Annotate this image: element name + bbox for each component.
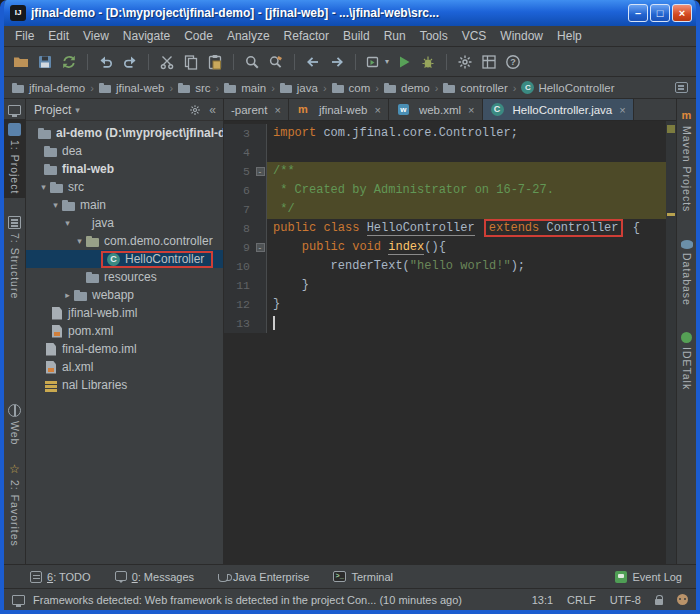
menu-file[interactable]: File xyxy=(8,27,41,45)
gutter[interactable]: 9 xyxy=(224,238,267,257)
tree-row-webapp[interactable]: ▸ webapp xyxy=(26,286,223,304)
tree-row-idea[interactable]: dea xyxy=(26,142,223,160)
menu-window[interactable]: Window xyxy=(493,27,550,45)
code-line[interactable]: 5 /** xyxy=(224,162,666,181)
toolwindow-button-todo[interactable]: 6: TODO xyxy=(30,571,91,583)
breadcrumb-controller[interactable]: controller xyxy=(443,82,507,94)
inspection-status-icon[interactable] xyxy=(667,125,675,133)
tree-row-jfinal-web[interactable]: final-web xyxy=(26,160,223,178)
tree-row-root-pom-xml[interactable]: al.xml xyxy=(26,358,223,376)
close-button[interactable]: × xyxy=(672,4,692,22)
code-line[interactable]: 10 renderText("hello world!"); xyxy=(224,257,666,276)
tab-parent[interactable]: -parent × xyxy=(224,99,289,120)
code-line[interactable]: 3 import com.jfinal.core.Controller; xyxy=(224,124,666,143)
open-icon[interactable] xyxy=(12,53,30,71)
breadcrumb-src[interactable]: src xyxy=(178,82,210,94)
expand-arrow-icon[interactable]: ▾ xyxy=(50,200,61,210)
project-structure-icon[interactable] xyxy=(480,53,498,71)
code-area[interactable]: 3 import com.jfinal.core.Controller; 4 5… xyxy=(224,121,666,564)
debug-icon[interactable] xyxy=(419,53,437,71)
gutter[interactable]: 12 xyxy=(224,295,267,314)
menu-tools[interactable]: Tools xyxy=(413,27,455,45)
maximize-button[interactable]: □ xyxy=(650,4,670,22)
close-icon[interactable]: × xyxy=(274,104,280,116)
find-icon[interactable] xyxy=(243,53,261,71)
tree-row-project-root[interactable]: al-demo (D:\myproject\jfinal-demo) xyxy=(26,124,223,142)
panel-settings-gear-icon[interactable] xyxy=(188,103,202,117)
tree-row-pom-xml[interactable]: pom.xml xyxy=(26,322,223,340)
toolwindow-button-database[interactable]: Database xyxy=(677,234,696,310)
menu-help[interactable]: Help xyxy=(550,27,589,45)
menu-vcs[interactable]: VCS xyxy=(455,27,494,45)
encoding-indicator[interactable]: UTF-8 xyxy=(610,594,641,606)
tab-web-xml[interactable]: web.xml × xyxy=(389,99,483,120)
undo-icon[interactable] xyxy=(97,53,115,71)
gutter[interactable]: 13 xyxy=(224,314,267,333)
close-icon[interactable]: × xyxy=(619,104,625,116)
breadcrumb-jfinal-web[interactable]: jfinal-web xyxy=(99,82,165,94)
tree-row-java[interactable]: ▾ java xyxy=(26,214,223,232)
breadcrumb-com[interactable]: com xyxy=(332,82,371,94)
gutter[interactable]: 7 xyxy=(224,200,267,219)
replace-icon[interactable] xyxy=(267,53,285,71)
gutter[interactable]: 5 xyxy=(224,162,267,181)
code-line[interactable]: 12 } xyxy=(224,295,666,314)
menu-refactor[interactable]: Refactor xyxy=(277,27,336,45)
tree-row-external-libraries[interactable]: nal Libraries xyxy=(26,376,223,394)
breadcrumb-jfinal-demo[interactable]: jfinal-demo xyxy=(12,82,85,94)
breadcrumb-hellocontroller[interactable]: HelloController xyxy=(521,81,614,94)
expand-arrow-icon[interactable]: ▾ xyxy=(74,236,85,246)
synchronize-icon[interactable] xyxy=(60,53,78,71)
menu-navigate[interactable]: Navigate xyxy=(116,27,177,45)
run-icon[interactable] xyxy=(395,53,413,71)
tree-row-src[interactable]: ▾ src xyxy=(26,178,223,196)
tree-row-jfinal-web-iml[interactable]: jfinal-web.iml xyxy=(26,304,223,322)
expand-arrow-icon[interactable]: ▾ xyxy=(38,182,49,192)
tree-row-main[interactable]: ▾ main xyxy=(26,196,223,214)
help-icon[interactable]: ? xyxy=(504,53,522,71)
code-line[interactable]: 7 */ xyxy=(224,200,666,219)
menu-run[interactable]: Run xyxy=(377,27,413,45)
close-icon[interactable]: × xyxy=(468,104,474,116)
toolwindow-button-java-enterprise[interactable]: Java Enterprise xyxy=(218,571,309,583)
toolwindow-button-favorites[interactable]: 2: Favorites xyxy=(4,459,25,551)
tab-hellocontroller-java[interactable]: HelloController.java × xyxy=(483,99,634,120)
save-all-icon[interactable] xyxy=(36,53,54,71)
title-bar[interactable]: jfinal-demo - [D:\myproject\jfinal-demo]… xyxy=(4,0,696,26)
chevron-down-icon[interactable]: ▾ xyxy=(75,105,80,115)
toolwindow-toggle-icon[interactable] xyxy=(12,595,25,605)
gutter[interactable]: 4 xyxy=(224,143,267,162)
gutter[interactable]: 10 xyxy=(224,257,267,276)
paste-icon[interactable] xyxy=(206,53,224,71)
menu-edit[interactable]: Edit xyxy=(41,27,76,45)
toolwindow-button-event-log[interactable]: Event Log xyxy=(615,571,682,583)
settings-gear-icon[interactable] xyxy=(456,53,474,71)
menu-view[interactable]: View xyxy=(76,27,116,45)
minimize-button[interactable]: – xyxy=(628,4,648,22)
caret-position[interactable]: 13:1 xyxy=(532,594,553,606)
toolwindow-button-web[interactable]: Web xyxy=(4,400,25,449)
breadcrumb-main[interactable]: main xyxy=(224,82,266,94)
expand-arrow-icon[interactable]: ▸ xyxy=(62,290,73,300)
tree-row-resources[interactable]: resources xyxy=(26,268,223,286)
code-editor[interactable]: 3 import com.jfinal.core.Controller; 4 5… xyxy=(224,121,676,564)
breadcrumb-demo[interactable]: demo xyxy=(384,82,430,94)
code-line[interactable]: 8 public class HelloController extends C… xyxy=(224,219,666,238)
expand-arrow-icon[interactable]: ▾ xyxy=(62,218,73,228)
toolwindow-switcher-icon[interactable] xyxy=(8,105,21,115)
tree-row-jfinal-demo-iml[interactable]: final-demo.iml xyxy=(26,340,223,358)
hide-panel-icon[interactable]: « xyxy=(206,103,219,117)
toolwindow-button-structure[interactable]: 7: Structure xyxy=(4,212,25,303)
fold-icon[interactable] xyxy=(256,167,265,176)
line-separator-indicator[interactable]: CRLF xyxy=(567,594,596,606)
toolwindow-button-terminal[interactable]: Terminal xyxy=(333,571,393,583)
menu-code[interactable]: Code xyxy=(177,27,220,45)
code-line[interactable]: 13 xyxy=(224,314,666,333)
toolwindow-button-idetalk[interactable]: IDETalk xyxy=(677,328,696,394)
gutter[interactable]: 3 xyxy=(224,124,267,143)
cut-icon[interactable] xyxy=(158,53,176,71)
close-icon[interactable]: × xyxy=(374,104,380,116)
code-line[interactable]: 9 public void index(){ xyxy=(224,238,666,257)
hector-inspection-icon[interactable] xyxy=(677,594,688,605)
readonly-lock-icon[interactable] xyxy=(655,599,663,605)
